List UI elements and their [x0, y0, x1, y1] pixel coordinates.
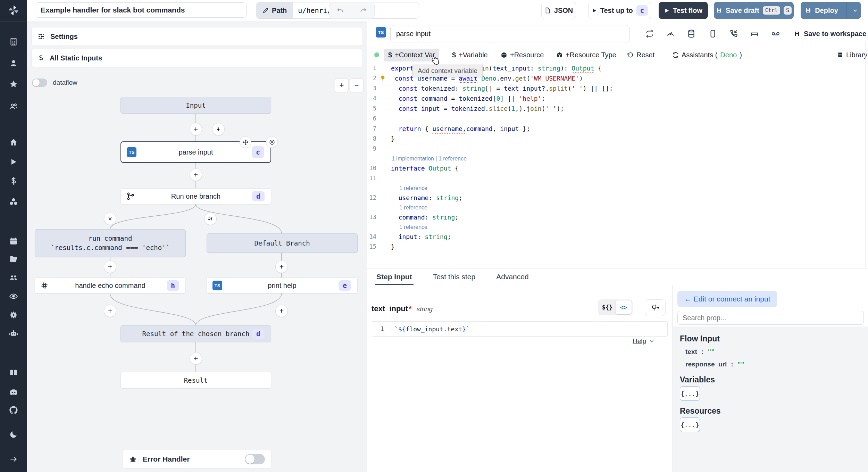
add-step-button[interactable]: [104, 305, 116, 317]
path-label[interactable]: Path: [256, 2, 293, 18]
folders-icon[interactable]: [9, 255, 18, 264]
move-step-button[interactable]: [240, 136, 251, 148]
resources-expand-button[interactable]: {...}: [680, 417, 700, 432]
flow-node-parse-input[interactable]: TS parse input c: [120, 141, 271, 163]
resources-boxes-icon[interactable]: [9, 197, 18, 206]
add-variable-button[interactable]: $ +Variable: [448, 49, 492, 61]
deploy-button[interactable]: Deploy: [801, 2, 861, 19]
flow-input-heading: Flow Input: [680, 334, 720, 343]
audit-eye-icon[interactable]: [9, 292, 18, 301]
expr-code-mode[interactable]: <>: [616, 300, 632, 314]
edit-or-connect-button[interactable]: ← Edit or connect an input: [677, 291, 777, 307]
flow-node-branch-result[interactable]: Result of the chosen branch d: [120, 325, 271, 342]
codelens-row[interactable]: 1 implementation | 1 reference: [367, 154, 864, 163]
codelens-row[interactable]: 1 reference: [367, 222, 864, 232]
tab-test-this-step[interactable]: Test this step: [433, 268, 476, 285]
input-expression-editor[interactable]: 1 `${flow_input.text}`: [372, 321, 668, 337]
runs-play-icon[interactable]: [9, 158, 18, 166]
connect-input-button[interactable]: [645, 299, 666, 316]
reset-button[interactable]: Reset: [623, 49, 659, 61]
docs-book-icon[interactable]: [9, 368, 18, 377]
static-json-mode[interactable]: ${}: [599, 304, 616, 311]
add-step-button[interactable]: [190, 123, 202, 135]
code-line: 10interface Output {: [367, 163, 864, 173]
test-flow-button[interactable]: Test flow: [659, 2, 708, 19]
dollar-icon: $: [452, 51, 456, 59]
prop-row-text[interactable]: text : "": [685, 348, 715, 356]
phone-incoming-icon[interactable]: [729, 29, 738, 38]
trigger-bolt-button[interactable]: [212, 123, 225, 135]
database-icon[interactable]: [687, 29, 696, 38]
flow-node-input[interactable]: Input: [120, 97, 271, 114]
delete-step-button[interactable]: [266, 136, 278, 148]
deploy-main[interactable]: Deploy: [798, 2, 843, 19]
add-step-button[interactable]: [190, 168, 202, 181]
save-to-workspace-label: Save to workspace: [804, 30, 866, 38]
error-handler-toggle[interactable]: [245, 454, 265, 464]
workspace-building-icon[interactable]: [9, 37, 18, 46]
workers-group-icon[interactable]: [9, 273, 18, 282]
codelens-row[interactable]: 1 reference: [367, 183, 864, 193]
discord-icon[interactable]: [9, 387, 18, 397]
save-to-workspace-button[interactable]: Save to workspace: [794, 30, 866, 38]
code-editor[interactable]: 1export async function main(text_input: …: [367, 63, 864, 252]
flow-node-print-help[interactable]: TS print help e: [207, 278, 358, 293]
step-name-input[interactable]: [390, 25, 630, 42]
prop-row-response-url[interactable]: response_url : "": [685, 361, 744, 368]
prop-search-input[interactable]: [677, 311, 864, 325]
add-step-button[interactable]: [275, 305, 288, 317]
json-button[interactable]: JSON: [541, 2, 576, 19]
dark-mode-moon-icon[interactable]: [9, 430, 18, 439]
expand-arrow-icon[interactable]: [9, 455, 18, 464]
error-handler-bar[interactable]: Error Handler: [122, 450, 272, 469]
print-help-label: print help: [268, 282, 296, 290]
variables-expand-button[interactable]: {...}: [680, 386, 700, 401]
flow-title-input[interactable]: [35, 2, 247, 18]
editor-scrollbar[interactable]: [865, 42, 866, 267]
add-step-button[interactable]: [275, 260, 288, 273]
workers-robot-icon[interactable]: [9, 329, 18, 339]
test-up-to-button[interactable]: Test up to c: [588, 2, 651, 19]
user-icon[interactable]: [9, 59, 18, 68]
bench-icon[interactable]: [750, 29, 759, 38]
flow-node-default-branch[interactable]: Default Branch: [207, 233, 358, 253]
input-mode-toggle[interactable]: ${} <>: [598, 299, 633, 315]
lightbulb-icon[interactable]: [380, 75, 386, 81]
library-button[interactable]: Library: [833, 49, 868, 61]
flow-node-run-one-branch[interactable]: Run one branch d: [120, 188, 271, 204]
tab-advanced[interactable]: Advanced: [496, 268, 528, 285]
mobile-icon[interactable]: [708, 29, 717, 38]
codelens-row[interactable]: 1 reference: [367, 203, 864, 212]
tab-step-input[interactable]: Step Input: [376, 268, 412, 285]
help-label: Help: [633, 337, 646, 345]
home-icon[interactable]: [9, 138, 18, 147]
add-step-button[interactable]: [190, 352, 202, 365]
expr-code[interactable]: `${flow_input.text}`: [394, 325, 470, 333]
settings-gear-icon[interactable]: [9, 310, 18, 320]
add-resource-label: +Resource: [510, 51, 544, 59]
code-line: 9: [367, 144, 864, 154]
remove-branch-button[interactable]: [104, 213, 116, 225]
github-icon[interactable]: [9, 405, 18, 415]
variables-dollar-icon[interactable]: [9, 176, 18, 185]
save-draft-button[interactable]: Save draft Ctrl S: [714, 2, 794, 19]
flow-node-run-command-branch[interactable]: run command `results.c.command === 'echo…: [35, 229, 186, 257]
deploy-dropdown-button[interactable]: [846, 2, 863, 19]
add-resource-button[interactable]: +Resource: [496, 49, 548, 61]
voicemail-icon[interactable]: [771, 29, 781, 38]
redo-button[interactable]: [352, 3, 375, 18]
groups-icon[interactable]: [9, 102, 18, 111]
assistants-button[interactable]: Assistants (Deno): [668, 49, 746, 61]
flow-node-handle-echo-command[interactable]: handle echo command h: [35, 278, 186, 293]
favorites-star-icon[interactable]: [9, 80, 18, 89]
schedules-calendar-icon[interactable]: [9, 237, 18, 246]
repeat-icon[interactable]: [645, 29, 654, 38]
flow-node-result[interactable]: Result: [120, 372, 271, 389]
gauge-icon[interactable]: [666, 29, 675, 38]
help-link[interactable]: Help: [633, 337, 654, 345]
add-resource-type-button[interactable]: +Resource Type: [552, 49, 620, 61]
windmill-logo-icon[interactable]: [7, 4, 20, 17]
add-step-button[interactable]: [104, 260, 116, 273]
undo-button[interactable]: [329, 3, 352, 18]
add-branch-button[interactable]: [204, 213, 217, 225]
